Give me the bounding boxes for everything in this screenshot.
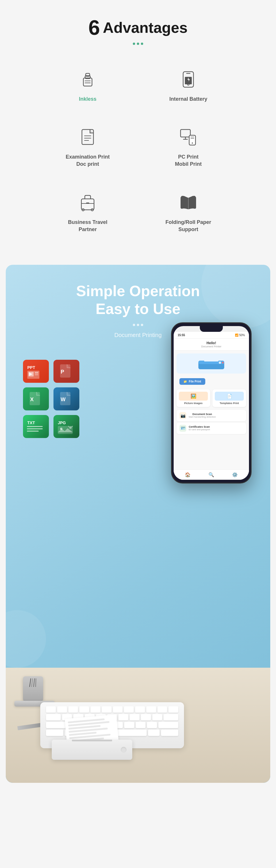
- svg-line-57: [30, 679, 31, 687]
- nav-settings-icon[interactable]: ⚙️: [232, 472, 238, 477]
- file-icon-ppt: PPT: [23, 360, 49, 383]
- pc-print-label: PC PrintMobil Print: [175, 153, 202, 168]
- app-time: 15:55: [178, 334, 185, 337]
- paper-label: Folding/Roll PaperSupport: [165, 219, 211, 233]
- phone-mockup: 15:55 📶 50% Hello! Document Printer: [161, 322, 262, 484]
- feature-battery: Internal Battery: [138, 59, 239, 112]
- key: [113, 706, 123, 713]
- phone-screen: 15:55 📶 50% Hello! Document Printer: [174, 326, 249, 480]
- dot-2: [137, 42, 139, 45]
- battery-icon: [177, 68, 200, 91]
- svg-point-51: [69, 427, 72, 429]
- key: [159, 722, 178, 728]
- app-status-bar: 15:55 📶 50%: [174, 332, 249, 339]
- key: [136, 722, 146, 728]
- key: [124, 706, 134, 713]
- printer-power-button: [121, 747, 127, 753]
- app-screen: 15:55 📶 50% Hello! Document Printer: [174, 332, 249, 480]
- svg-line-60: [36, 679, 36, 687]
- svg-text:PPT: PPT: [27, 365, 35, 370]
- key: [169, 706, 178, 713]
- key: [141, 714, 151, 720]
- app-title-bar: Hello! Document Printer: [174, 339, 249, 350]
- key: [124, 722, 134, 728]
- key: [148, 730, 160, 736]
- file-icon-jpg: JPG: [54, 415, 79, 438]
- travel-icon: [76, 191, 99, 214]
- app-menu-pictures[interactable]: 🖼️ Picture Images: [176, 390, 210, 407]
- op-dot-1: [133, 324, 135, 326]
- file-icon-xls: X: [23, 388, 49, 410]
- svg-text:W: W: [61, 397, 66, 402]
- app-bottom-nav: 🏠 🔍 ⚙️: [174, 469, 249, 480]
- app-menu-grid: 🖼️ Picture Images 📄 Templates Print: [174, 388, 249, 409]
- printer-body: [52, 740, 132, 760]
- dot-3: [141, 42, 143, 45]
- app-hello-title: Hello!: [178, 341, 245, 345]
- svg-text:JPG: JPG: [58, 421, 66, 425]
- svg-rect-54: [204, 359, 218, 362]
- svg-line-59: [34, 679, 34, 687]
- svg-text:TXT: TXT: [27, 421, 35, 425]
- key: [46, 714, 61, 720]
- key: [102, 706, 111, 713]
- file-print-area: 📁 File Print: [174, 376, 249, 388]
- travel-label: Business TravelPartner: [68, 219, 107, 233]
- key: [158, 706, 167, 713]
- app-list-document-scan[interactable]: 📷 Document Scan Start handwriting detect…: [176, 410, 246, 421]
- phone-notch: [200, 326, 223, 332]
- dot-1: [133, 42, 135, 45]
- svg-line-58: [32, 679, 33, 687]
- key: [130, 714, 139, 720]
- key: [68, 706, 78, 713]
- feature-inkless: Inkless: [37, 59, 138, 112]
- svg-rect-20: [81, 199, 94, 210]
- file-icons-grid: PPT: [23, 360, 79, 438]
- key: [146, 706, 156, 713]
- printer-device: Time Schedule DATE: [52, 740, 132, 768]
- key: [164, 714, 178, 720]
- feature-doc-print: Examination PrintDoc print: [37, 117, 138, 177]
- svg-rect-13: [180, 129, 190, 137]
- svg-point-19: [192, 143, 193, 144]
- op-dot-2: [137, 324, 139, 326]
- bg-circle-1: [201, 265, 270, 328]
- app-menu-templates[interactable]: 📄 Templates Print: [212, 390, 246, 407]
- file-icon-word: W: [54, 388, 79, 410]
- svg-rect-32: [35, 374, 38, 375]
- key: [91, 706, 100, 713]
- svg-point-56: [222, 362, 224, 364]
- doc-print-label: Examination PrintDoc print: [66, 153, 109, 168]
- inkless-label: Inkless: [79, 96, 96, 103]
- svg-rect-0: [83, 78, 92, 86]
- file-icon-pptx: P: [54, 360, 79, 383]
- feature-travel: Business TravelPartner: [37, 183, 138, 242]
- paper-icon: [177, 191, 200, 214]
- nav-home-icon[interactable]: 🏠: [185, 472, 191, 477]
- app-list-cert-scan[interactable]: 🪪 Certificates Scan ID card and passport: [176, 423, 246, 434]
- nav-scan-icon[interactable]: 🔍: [208, 472, 214, 477]
- file-icon-txt: TXT: [23, 415, 49, 438]
- feature-paper: Folding/Roll PaperSupport: [138, 183, 239, 242]
- key: [147, 722, 157, 728]
- inkless-icon: [76, 68, 99, 91]
- advantages-section: 6 Advantages Inkles: [0, 0, 276, 265]
- printer-slot: [72, 740, 112, 741]
- key: [152, 714, 162, 720]
- section-title: 6 Advantages: [6, 17, 270, 38]
- file-print-btn[interactable]: 📁 File Print: [179, 378, 205, 385]
- key: [46, 722, 66, 728]
- key: [46, 706, 56, 713]
- key: [57, 706, 67, 713]
- app-printer-subtitle: Document Printer: [178, 345, 245, 348]
- key: [46, 730, 63, 736]
- app-printer-illustration: [176, 353, 246, 374]
- features-grid: Inkless Internal Battery: [37, 59, 239, 242]
- keyboard-row-1: [46, 706, 178, 713]
- key: [79, 706, 89, 713]
- feature-pc-print: PC PrintMobil Print: [138, 117, 239, 177]
- battery-label: Internal Battery: [169, 96, 207, 103]
- doc-print-icon: [76, 126, 99, 149]
- svg-text:X: X: [30, 397, 34, 402]
- cert-scan-icon: 🪪: [179, 425, 186, 432]
